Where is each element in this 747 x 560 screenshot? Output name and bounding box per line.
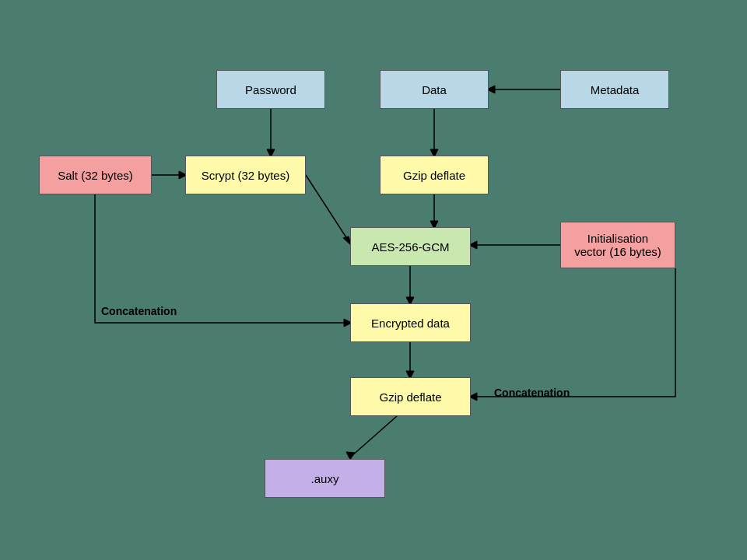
auxy-label: .auxy xyxy=(311,472,339,485)
data-label: Data xyxy=(422,83,447,96)
gzip-deflate-bottom-box: Gzip deflate xyxy=(350,377,471,416)
init-vector-box: Initialisation vector (16 bytes) xyxy=(560,222,675,268)
password-label: Password xyxy=(245,83,296,96)
gzip-deflate-bottom-label: Gzip deflate xyxy=(379,390,441,404)
salt-box: Salt (32 bytes) xyxy=(39,156,152,194)
gzip-deflate-top-box: Gzip deflate xyxy=(380,156,489,194)
scrypt-label: Scrypt (32 bytes) xyxy=(202,169,289,182)
salt-label: Salt (32 bytes) xyxy=(58,169,133,182)
metadata-label: Metadata xyxy=(591,83,640,96)
init-vector-label: Initialisation vector (16 bytes) xyxy=(574,232,661,258)
aes-label: AES-256-GCM xyxy=(371,240,449,254)
scrypt-box: Scrypt (32 bytes) xyxy=(185,156,306,194)
data-box: Data xyxy=(380,70,489,109)
svg-line-18 xyxy=(350,416,397,457)
concatenation-right-label: Concatenation xyxy=(494,387,570,399)
auxy-box: .auxy xyxy=(265,459,385,498)
password-box: Password xyxy=(216,70,325,109)
concatenation-left-label: Concatenation xyxy=(101,305,177,317)
aes-box: AES-256-GCM xyxy=(350,227,471,266)
encrypted-data-label: Encrypted data xyxy=(371,317,450,330)
svg-line-10 xyxy=(306,175,349,241)
metadata-box: Metadata xyxy=(560,70,669,109)
encrypted-data-box: Encrypted data xyxy=(350,303,471,342)
gzip-deflate-top-label: Gzip deflate xyxy=(403,169,465,182)
diagram-container: Password Data Metadata Salt (32 bytes) S… xyxy=(0,0,747,560)
